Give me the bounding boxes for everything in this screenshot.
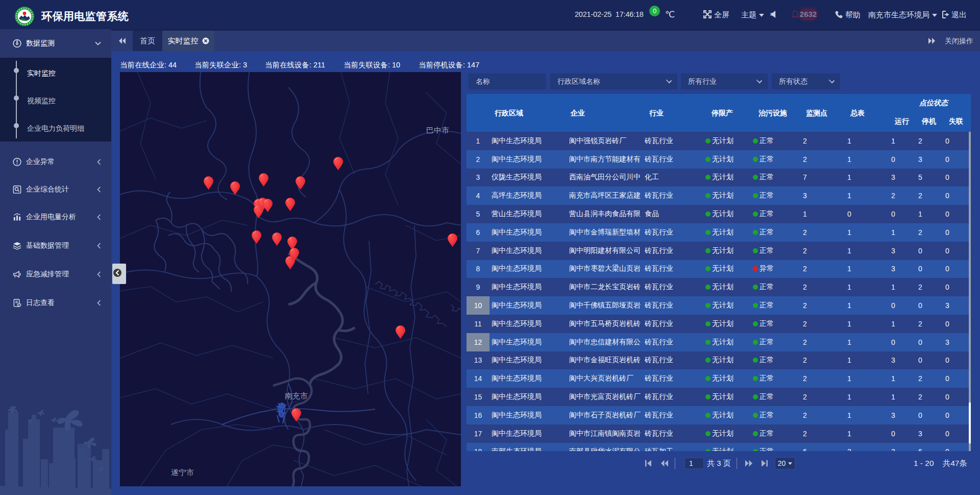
svg-text:南充市: 南充市 [285,391,308,400]
svg-text:巴中市: 巴中市 [426,126,449,134]
